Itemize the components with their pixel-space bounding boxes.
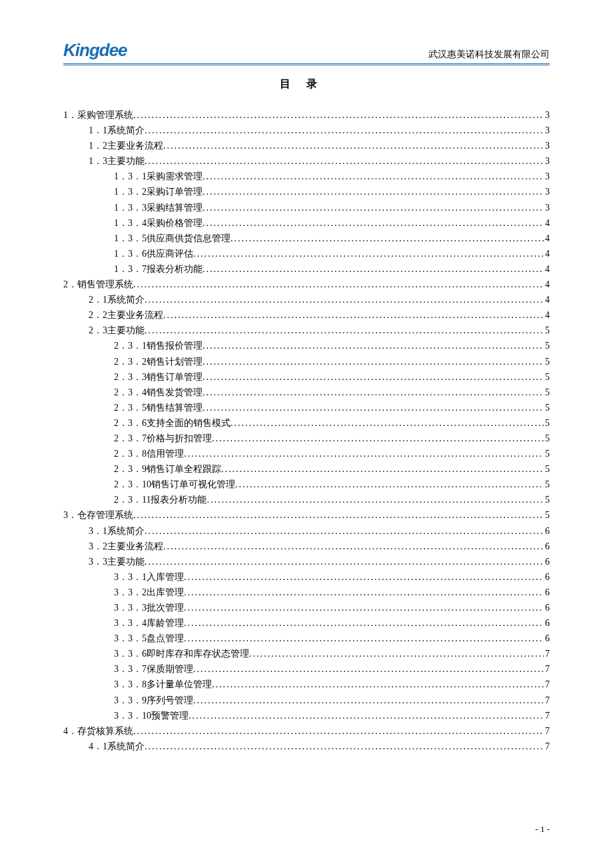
toc-entry-label: 信用管理 (147, 446, 184, 461)
toc-entry-page: 7 (544, 661, 550, 677)
toc-entry[interactable]: 2．销售管理系统4 (63, 277, 550, 292)
toc-leader-dots (221, 461, 544, 477)
toc-entry-number: 2．3．11 (114, 492, 151, 507)
toc-leader-dots (231, 415, 544, 431)
toc-entry-label: 多计量单位管理 (147, 677, 212, 692)
toc-leader-dots (184, 569, 544, 585)
toc-entry-label: 系统简介 (107, 292, 145, 307)
toc-entry[interactable]: 3．3．7 保质期管理7 (63, 661, 550, 677)
toc-entry[interactable]: 3．3．8 多计量单位管理7 (63, 677, 550, 692)
toc-entry[interactable]: 3．3．10 预警管理7 (63, 708, 550, 723)
toc-entry[interactable]: 3．3 主要功能6 (63, 554, 550, 569)
toc-entry[interactable]: 3．2 主要业务流程6 (63, 539, 550, 554)
kingdee-logo: Kingdee (63, 40, 127, 61)
toc-entry[interactable]: 1．2 主要业务流程3 (63, 138, 550, 153)
toc-entry-label: 销售订单管理 (147, 369, 203, 385)
toc-entry-label: 主要功能 (107, 554, 145, 569)
toc-entry[interactable]: 4．1 系统简介7 (63, 739, 550, 754)
toc-entry-page: 5 (544, 400, 550, 415)
toc-entry-label: 采购价格管理 (147, 215, 203, 231)
toc-leader-dots (203, 184, 544, 199)
toc-entry[interactable]: 3．3．3 批次管理6 (63, 600, 550, 615)
toc-entry[interactable]: 2．3．7 价格与折扣管理5 (63, 431, 550, 446)
toc-leader-dots (203, 369, 544, 385)
toc-entry[interactable]: 2．3．9 销售订单全程跟踪5 (63, 461, 550, 477)
toc-entry-page: 3 (544, 153, 550, 169)
page-footer: - 1 - (535, 824, 550, 835)
toc-entry[interactable]: 2．3．2 销售计划管理5 (63, 354, 550, 369)
toc-entry-label: 报表分析功能 (147, 261, 203, 277)
toc-leader-dots (133, 723, 544, 739)
toc-entry-label: 销售管理系统 (77, 277, 133, 292)
toc-leader-dots (133, 277, 544, 292)
toc-entry[interactable]: 2．3．1 销售报价管理5 (63, 338, 550, 353)
toc-leader-dots (249, 646, 544, 661)
toc-entry[interactable]: 2．2 主要业务流程4 (63, 307, 550, 323)
toc-entry[interactable]: 1．3．3 采购结算管理3 (63, 200, 550, 215)
toc-entry-page: 4 (544, 261, 550, 277)
toc-entry-label: 预警管理 (151, 708, 189, 723)
toc-entry-page: 6 (544, 539, 550, 554)
toc-entry-page: 5 (544, 492, 550, 507)
toc-entry[interactable]: 4．存货核算系统7 (63, 723, 550, 739)
toc-entry-number: 1．3．1 (114, 169, 147, 184)
toc-leader-dots (184, 585, 544, 600)
toc-entry-page: 4 (544, 231, 550, 246)
page-number: - 1 - (535, 824, 550, 834)
toc-entry[interactable]: 1．3．2 采购订单管理3 (63, 184, 550, 199)
toc-entry[interactable]: 1．3．6 供应商评估4 (63, 246, 550, 261)
toc-entry[interactable]: 2．1 系统简介4 (63, 292, 550, 307)
toc-entry[interactable]: 1．3．5 供应商供货信息管理4 (63, 231, 550, 246)
toc-entry-page: 3 (544, 184, 550, 199)
toc-entry[interactable]: 2．3．5 销售结算管理5 (63, 400, 550, 415)
toc-entry[interactable]: 1．3．4 采购价格管理4 (63, 215, 550, 231)
toc-entry[interactable]: 3．3．6 即时库存和库存状态管理7 (63, 646, 550, 661)
toc-entry-label: 系统简介 (107, 523, 145, 539)
toc-entry[interactable]: 3．3．9 序列号管理7 (63, 693, 550, 708)
toc-entry-label: 供应商评估 (147, 246, 193, 261)
toc-entry[interactable]: 3．3．2 出库管理6 (63, 585, 550, 600)
toc-entry[interactable]: 3．3．1 入库管理6 (63, 569, 550, 585)
toc-entry[interactable]: 2．3．8 信用管理5 (63, 446, 550, 461)
toc-entry[interactable]: 3．仓存管理系统5 (63, 507, 550, 523)
toc-entry-page: 7 (544, 739, 550, 754)
toc-entry[interactable]: 2．3．10 销售订单可视化管理5 (63, 477, 550, 492)
toc-leader-dots (235, 477, 544, 492)
toc-entry-page: 4 (544, 277, 550, 292)
toc-entry[interactable]: 1．3．7 报表分析功能4 (63, 261, 550, 277)
toc-entry-page: 5 (544, 323, 550, 338)
toc-leader-dots (145, 523, 544, 539)
toc-entry-number: 3．3 (89, 554, 107, 569)
toc-entry-number: 3．1 (89, 523, 107, 539)
toc-entry-number: 2．3．9 (114, 461, 147, 477)
toc-leader-dots (203, 215, 544, 231)
toc-entry-label: 采购需求管理 (147, 169, 203, 184)
toc-entry-number: 1．3 (89, 153, 107, 169)
toc-entry[interactable]: 2．3．3 销售订单管理5 (63, 369, 550, 385)
toc-entry-label: 存货核算系统 (77, 723, 133, 739)
toc-entry-page: 3 (544, 107, 550, 123)
toc-leader-dots (145, 739, 544, 754)
toc-entry[interactable]: 2．3．11 报表分析功能5 (63, 492, 550, 507)
toc-entry-label: 采购管理系统 (77, 107, 133, 123)
toc-leader-dots (203, 354, 544, 369)
document-page: Kingdee 武汉惠美诺科技发展有限公司 目录 1．采购管理系统31．1 系统… (0, 0, 613, 781)
toc-leader-dots (212, 677, 544, 692)
toc-entry-number: 3．3．7 (114, 661, 147, 677)
toc-entry-page: 5 (544, 507, 550, 523)
toc-entry[interactable]: 2．3．6 支持全面的销售模式5 (63, 415, 550, 431)
toc-entry[interactable]: 1．采购管理系统3 (63, 107, 550, 123)
toc-leader-dots (184, 615, 544, 631)
toc-entry[interactable]: 1．1 系统简介3 (63, 123, 550, 138)
toc-entry-label: 盘点管理 (147, 631, 184, 646)
toc-entry-page: 5 (544, 415, 550, 431)
toc-entry[interactable]: 3．3．4 库龄管理6 (63, 615, 550, 631)
toc-entry[interactable]: 1．3．1 采购需求管理3 (63, 169, 550, 184)
toc-entry[interactable]: 3．3．5 盘点管理6 (63, 631, 550, 646)
toc-entry-page: 7 (544, 708, 550, 723)
toc-leader-dots (203, 200, 544, 215)
toc-entry[interactable]: 2．3 主要功能5 (63, 323, 550, 338)
toc-entry[interactable]: 2．3．4 销售发货管理5 (63, 385, 550, 400)
toc-entry[interactable]: 3．1 系统简介6 (63, 523, 550, 539)
toc-entry[interactable]: 1．3 主要功能3 (63, 153, 550, 169)
